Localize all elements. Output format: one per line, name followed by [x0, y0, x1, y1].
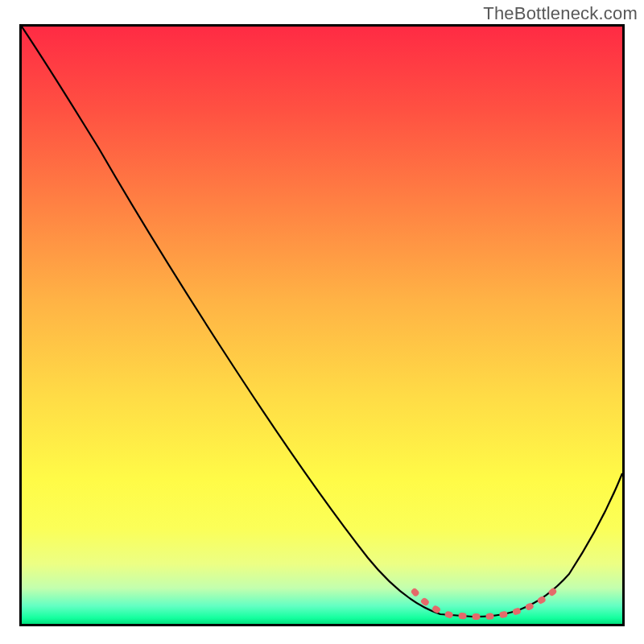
chart-container: [19, 24, 625, 626]
chart-curve-layer: [22, 27, 622, 624]
bottleneck-curve: [22, 27, 622, 617]
watermark-text: TheBottleneck.com: [483, 3, 638, 24]
